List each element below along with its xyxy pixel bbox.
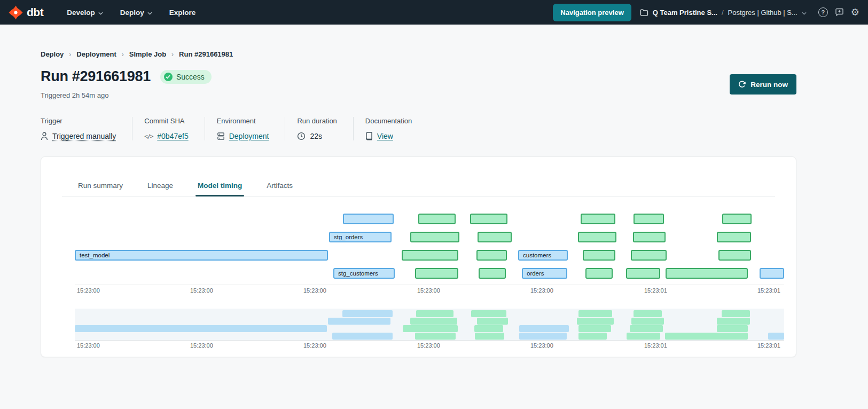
gantt-bar-stg_orders[interactable]: stg_orders <box>329 232 392 242</box>
minimap-axis-line <box>75 340 784 341</box>
axis-tick-label: 15:23:00 <box>190 287 213 294</box>
gantt-bar[interactable] <box>415 268 458 279</box>
commit-sha-link[interactable]: #0b47ef5 <box>157 132 188 140</box>
gantt-bar[interactable] <box>626 268 660 279</box>
axis-tick-label: 15:23:00 <box>77 287 100 294</box>
documentation-view-link[interactable]: View <box>377 132 393 140</box>
minimap-bar <box>415 333 456 340</box>
gantt-bar[interactable] <box>722 214 752 224</box>
title-row: Run #291661981 Success <box>41 68 212 85</box>
nav-menu-explore[interactable]: Explore <box>169 9 196 17</box>
tab-artifacts[interactable]: Artifacts <box>267 182 293 196</box>
rerun-now-button[interactable]: Rerun now <box>730 74 796 95</box>
navigation-preview-button[interactable]: Navigation preview <box>553 4 631 21</box>
page-title: Run #291661981 <box>41 68 151 85</box>
nav-menu-develop[interactable]: Develop <box>67 9 103 17</box>
documentation-icon <box>365 132 373 140</box>
gear-icon[interactable]: ⚙ <box>851 7 859 17</box>
dbt-cloud-run-page: dbt Develop Deploy Explore Navigation pr… <box>0 0 868 409</box>
minimap-bar <box>665 333 748 340</box>
gantt-axis-ticks: 15:23:0015:23:0015:23:0015:23:0015:23:00… <box>75 287 784 295</box>
run-meta-row: Trigger Triggered manually Commit SHA </… <box>41 117 428 140</box>
axis-tick-label: 15:23:01 <box>757 287 780 294</box>
tab-model-timing[interactable]: Model timing <box>198 182 242 196</box>
gantt-bar[interactable] <box>418 214 456 224</box>
gantt-bar-stg_customers[interactable]: stg_customers <box>333 268 395 279</box>
breadcrumb-run: Run #291661981 <box>179 50 233 58</box>
dbt-logo[interactable]: dbt <box>9 5 43 20</box>
axis-tick-label: 15:23:00 <box>190 342 213 349</box>
minimap-bar <box>630 325 663 332</box>
gantt-bar[interactable] <box>633 232 666 242</box>
gantt-bar[interactable] <box>718 250 751 261</box>
tab-run-summary[interactable]: Run summary <box>78 182 123 196</box>
meta-trigger-value[interactable]: Triggered manually <box>52 132 116 140</box>
minimap-bar <box>519 325 569 332</box>
nav-menu-deploy[interactable]: Deploy <box>120 9 152 17</box>
top-navbar: dbt Develop Deploy Explore Navigation pr… <box>0 0 868 25</box>
breadcrumb-deployment[interactable]: Deployment <box>76 50 116 58</box>
minimap-bar <box>342 310 393 317</box>
rerun-now-label: Rerun now <box>750 81 788 89</box>
gantt-bar[interactable] <box>581 214 615 224</box>
gantt-bar-test_model[interactable]: test_model <box>75 250 328 261</box>
axis-tick-label: 15:23:00 <box>303 287 326 294</box>
minimap-bar <box>631 318 664 325</box>
axis-tick-label: 15:23:00 <box>77 342 100 349</box>
minimap-bar <box>717 325 748 332</box>
minimap-bar <box>474 325 503 332</box>
meta-documentation: Documentation View <box>353 117 428 140</box>
tab-lineage[interactable]: Lineage <box>147 182 173 196</box>
axis-tick-label: 15:23:00 <box>417 342 440 349</box>
minimap-bar <box>634 310 662 317</box>
gantt-minimap[interactable] <box>75 309 784 340</box>
environment-link[interactable]: Deployment <box>229 132 269 140</box>
minimap-bar <box>410 318 457 325</box>
gantt-bar[interactable] <box>402 250 458 261</box>
gantt-bar[interactable] <box>478 232 512 242</box>
help-icon[interactable]: ? <box>818 7 828 17</box>
breadcrumb-job[interactable]: SImple Job <box>129 50 166 58</box>
meta-commit-sha: Commit SHA </> #0b47ef5 <box>132 117 204 140</box>
axis-tick-label: 15:23:00 <box>417 287 440 294</box>
axis-tick-label: 15:23:01 <box>644 287 667 294</box>
gantt-bar[interactable] <box>578 232 616 242</box>
nav-menu-deploy-label: Deploy <box>120 9 144 17</box>
breadcrumb-separator: › <box>171 51 174 58</box>
gantt-bar[interactable] <box>470 214 507 224</box>
axis-tick-label: 15:23:00 <box>530 342 553 349</box>
breadcrumb: Deploy › Deployment › SImple Job › Run #… <box>41 50 233 58</box>
gantt-bar[interactable] <box>476 250 507 261</box>
gantt-bar[interactable] <box>631 250 667 261</box>
meta-trigger-label: Trigger <box>41 117 116 125</box>
gantt-bar[interactable] <box>479 268 506 279</box>
minimap-bar <box>627 333 660 340</box>
minimap-bar <box>75 325 327 332</box>
gantt-bar[interactable] <box>760 268 784 279</box>
chevron-down-icon <box>147 9 152 17</box>
clock-icon <box>297 132 306 140</box>
gantt-bar[interactable] <box>410 232 459 242</box>
minimap-bar <box>578 310 612 317</box>
success-check-icon <box>164 73 173 81</box>
minimap-bar <box>768 333 784 340</box>
status-badge-label: Success <box>176 73 205 81</box>
gantt-bar[interactable] <box>666 268 748 279</box>
environment-name: Postgres | Github | S... <box>728 9 797 17</box>
gantt-bar[interactable] <box>585 268 613 279</box>
breadcrumb-deploy[interactable]: Deploy <box>41 50 64 58</box>
project-selector[interactable]: Q Team Pristine S... / Postgres | Github… <box>640 7 807 17</box>
gantt-bar-customers[interactable]: customers <box>518 250 568 261</box>
minimap-bar <box>416 310 453 317</box>
minimap-bar <box>578 325 611 332</box>
breadcrumb-separator: › <box>122 51 124 58</box>
gantt-bar[interactable] <box>343 214 394 224</box>
gantt-bar[interactable] <box>634 214 664 224</box>
gantt-bar-orders[interactable]: orders <box>522 268 567 279</box>
minimap-bar <box>475 333 504 340</box>
run-tabs: Run summary Lineage Model timing Artifac… <box>62 176 775 196</box>
gantt-bar[interactable] <box>583 250 615 261</box>
axis-tick-label: 15:23:01 <box>757 342 780 349</box>
gantt-bar[interactable] <box>717 232 751 242</box>
feedback-chat-icon[interactable] <box>835 8 844 17</box>
